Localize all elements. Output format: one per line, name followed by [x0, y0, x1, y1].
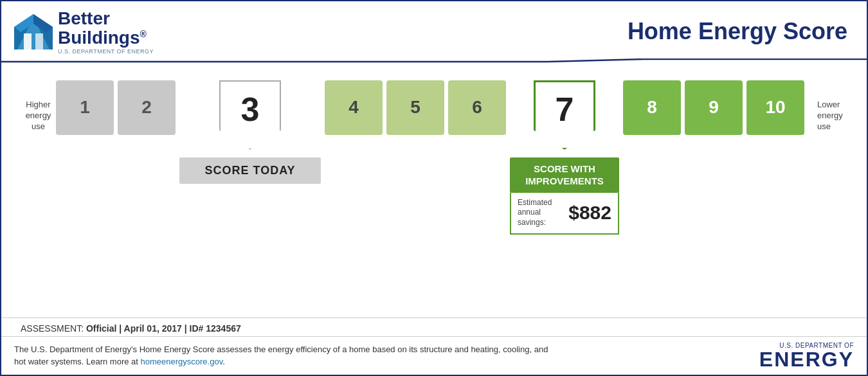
logo-box: Better Buildings® U.S. DEPARTMENT OF ENE… [14, 9, 154, 55]
assessment-prefix: ASSESSMENT: [21, 323, 86, 334]
footer-text-main: The U.S. Department of Energy's Home Ene… [14, 345, 548, 366]
logo-text: Better Buildings® U.S. DEPARTMENT OF ENE… [58, 9, 154, 55]
header-divider [1, 56, 867, 67]
tile-wrapper-7: 7 SCORE WITH IMPROVEMENTS Estimated annu… [510, 80, 619, 235]
header: Better Buildings® U.S. DEPARTMENT OF ENE… [1, 1, 867, 55]
tile-wrapper-9: 9 [685, 80, 743, 135]
assessment-id-label: ID# [190, 323, 206, 334]
score-tile-10: 10 [746, 80, 804, 135]
score-tile-2: 2 [118, 80, 176, 135]
assessment-type: Official [86, 323, 116, 334]
savings-label: Estimated annual savings: [518, 198, 565, 228]
assessment-sep2: | [182, 323, 190, 334]
tile-wrapper-4: 4 [325, 80, 383, 135]
score-tile-4: 4 [325, 80, 383, 135]
savings-row: Estimated annual savings: $882 [510, 193, 619, 235]
score-tiles: 1 2 3 SCORE TODAY 4 [56, 80, 812, 235]
lower-energy-label: Lower energy use [812, 80, 847, 132]
svg-line-7 [548, 59, 644, 62]
home-energy-score-card: Better Buildings® U.S. DEPARTMENT OF ENE… [0, 0, 868, 376]
assessment-id-value: 1234567 [206, 323, 241, 334]
logo-registered: ® [140, 28, 147, 39]
footer-link[interactable]: homeenergyscore.gov [141, 357, 223, 366]
score-tile-9: 9 [685, 80, 743, 135]
score-tile-1: 1 [56, 80, 114, 135]
better-buildings-logo-icon [14, 14, 53, 49]
savings-amount: $882 [568, 202, 611, 224]
tile-wrapper-2: 2 [118, 80, 176, 135]
score-tile-6: 6 [448, 80, 506, 135]
footer: The U.S. Department of Energy's Home Ene… [1, 336, 867, 375]
tile-wrapper-1: 1 [56, 80, 114, 135]
score-tile-today: 3 [219, 80, 281, 150]
page-title: Home Energy Score [628, 18, 854, 45]
higher-energy-label: Higher energy use [21, 80, 56, 132]
logo-buildings: Buildings® [58, 29, 154, 47]
tile-wrapper-6: 6 [448, 80, 506, 135]
svg-rect-4 [24, 33, 32, 49]
tile-wrapper-8: 8 [623, 80, 681, 135]
score-improvement-text: SCORE WITH IMPROVEMENTS [510, 157, 619, 193]
score-tile-improvement: 7 [534, 80, 595, 150]
score-tile-8: 8 [623, 80, 681, 135]
doe-logo-area: U.S. DEPARTMENT OF ENERGY [759, 342, 854, 370]
footer-text: The U.S. Department of Energy's Home Ene… [14, 344, 561, 367]
logo-doe-sub: U.S. DEPARTMENT OF ENERGY [58, 48, 154, 55]
assessment-sep1: | [116, 323, 123, 334]
assessment-date: April 01, 2017 [124, 323, 182, 334]
svg-rect-5 [35, 33, 43, 49]
score-today-label-box: SCORE TODAY [179, 154, 321, 184]
tile-wrapper-5: 5 [386, 80, 444, 135]
logo-area: Better Buildings® U.S. DEPARTMENT OF ENE… [14, 9, 154, 55]
tile-wrapper-10: 10 [746, 80, 804, 135]
score-section: Higher energy use 1 2 3 SCORE TODA [1, 67, 867, 318]
doe-energy: ENERGY [759, 349, 854, 370]
footer-text-end: . [222, 357, 225, 366]
score-tile-5: 5 [386, 80, 444, 135]
assessment-line: ASSESSMENT: Official | April 01, 2017 | … [1, 318, 867, 336]
score-improvement-label-box: SCORE WITH IMPROVEMENTS Estimated annual… [510, 154, 619, 235]
score-bar-row: Higher energy use 1 2 3 SCORE TODA [21, 80, 847, 235]
logo-better: Better [58, 9, 154, 29]
score-today-text: SCORE TODAY [179, 157, 321, 184]
tile-wrapper-3: 3 SCORE TODAY [179, 80, 321, 184]
